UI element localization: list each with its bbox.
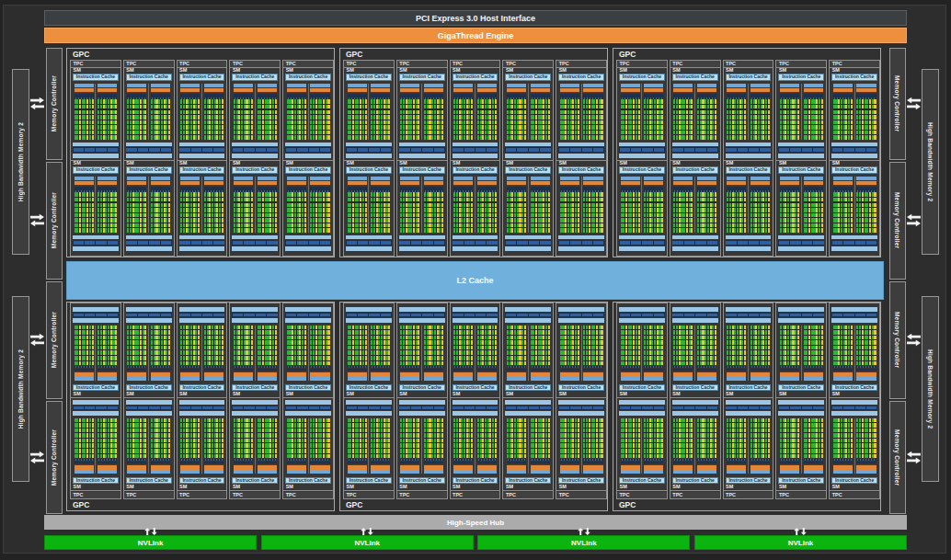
tex-unit: [540, 406, 550, 410]
sm-label-bar-label: SM: [283, 485, 293, 490]
hbm-mc-arrows-left: [30, 97, 44, 110]
core-grid: [310, 418, 329, 458]
sm-label-bar: SM: [830, 391, 879, 396]
spacer: [344, 251, 394, 253]
sm-label-bar: SM: [670, 484, 720, 489]
core-cell-yellow: [275, 218, 277, 223]
core-grid: [560, 326, 579, 365]
instruction-cache-bar: Instruction Cache: [505, 74, 551, 80]
tex-unit: [256, 406, 266, 410]
core-grid: [804, 418, 823, 458]
sm-label-bar-label: SM: [397, 392, 407, 397]
core-cell-yellow: [168, 110, 170, 115]
core-cell-yellow: [715, 346, 716, 350]
processing-blocks-row: [124, 177, 174, 233]
core-cell-yellow: [495, 120, 497, 125]
tex-unit: [517, 148, 527, 152]
tex-unit: [672, 148, 682, 152]
sm-label-bar-label: SM: [124, 392, 134, 397]
tex-unit: [642, 406, 652, 410]
tex-unit: [108, 406, 118, 410]
hbm2-label: High Bandwidth Memory 2: [927, 349, 934, 429]
core-cell-yellow: [821, 439, 823, 443]
processing-block: [531, 84, 550, 140]
spacer: [124, 251, 174, 253]
processing-block: [234, 84, 253, 140]
tex-unit: [74, 148, 84, 152]
processing-block: [833, 418, 853, 474]
instruction-cache-bar: Instruction Cache: [726, 74, 772, 80]
nvlink-bar-4: NVLink: [694, 535, 907, 550]
processing-block: [507, 84, 526, 140]
instruction-cache-bar-label: Instruction Cache: [728, 74, 767, 79]
block-divider: [526, 326, 531, 382]
core-cell-yellow: [222, 336, 223, 340]
core-cell-yellow: [821, 99, 823, 104]
core-cell-yellow: [715, 449, 716, 453]
processing-blocks-row: [830, 326, 879, 382]
core-cell-yellow: [821, 326, 823, 330]
core-cell-yellow: [441, 433, 443, 438]
tex-unit: [559, 148, 569, 152]
core-cell-yellow: [327, 423, 329, 428]
core-cell-yellow: [388, 208, 390, 212]
tex-unit: [309, 241, 319, 245]
core-cell-yellow: [168, 192, 170, 197]
core-cell-yellow: [821, 203, 823, 208]
instruction-cache-bar: Instruction Cache: [73, 166, 119, 173]
core-cell-yellow: [548, 423, 550, 428]
core-grid: [453, 99, 473, 139]
block-divider-line: [255, 84, 256, 140]
block-divider-line: [255, 418, 256, 474]
instruction-cache-bar-label: Instruction Cache: [509, 478, 547, 483]
core-cell-yellow: [115, 105, 117, 109]
nvlink-bar-4-label: NVLink: [788, 539, 814, 547]
tpc-label-bar-label: TPC: [397, 493, 410, 498]
core-cell-yellow: [168, 336, 170, 340]
tpc-box: TPCSMInstruction CacheSMInstruction Cach…: [616, 303, 668, 499]
instruction-cache-bar-label: Instruction Cache: [623, 74, 661, 79]
core-cell-yellow: [388, 433, 390, 438]
core-cell-yellow: [601, 203, 602, 208]
core-cell-yellow: [327, 433, 329, 438]
block-divider: [799, 177, 804, 233]
core-cell-yellow: [115, 218, 117, 223]
sm-label-bar-label: SM: [397, 68, 407, 74]
hbm2-stack-right-2: High Bandwidth Memory 2: [922, 296, 939, 482]
core-cell-yellow: [821, 192, 823, 197]
tpc-box: TPCSMInstruction CacheSMInstruction Cach…: [229, 60, 281, 257]
tex-unit: [464, 148, 475, 152]
core-cell-yellow: [601, 326, 602, 330]
instruction-cache-bar: Instruction Cache: [619, 74, 665, 80]
block-divider: [746, 177, 750, 233]
core-cell-yellow: [661, 208, 663, 212]
sm-block: SMInstruction Cache: [724, 160, 773, 253]
tex-unit: [411, 406, 421, 410]
core-cell-yellow: [327, 443, 329, 448]
tex-unit: [738, 241, 748, 245]
core-cell-yellow: [821, 449, 823, 453]
core-cell-yellow: [388, 213, 390, 218]
tpc-label-bar: TPC: [830, 492, 879, 498]
core-cell-yellow: [388, 418, 390, 423]
block-divider: [579, 84, 584, 140]
core-grid: [310, 99, 329, 139]
processing-block: [234, 326, 253, 382]
sm-block: SMInstruction Cache: [124, 398, 174, 491]
processing-blocks-row: [617, 326, 667, 382]
core-cell-yellow: [548, 340, 550, 345]
processing-block: [477, 418, 497, 474]
core-cell-yellow: [661, 336, 663, 340]
tpc-label-bar: TPC: [283, 492, 333, 498]
sm-block: SMInstruction Cache: [556, 305, 606, 398]
processing-blocks-row: [230, 326, 280, 382]
tpc-label-bar-label: TPC: [230, 493, 243, 498]
core-grid: [234, 192, 253, 232]
processing-block: [644, 177, 663, 233]
block-divider-line: [308, 418, 309, 474]
processing-block: [400, 418, 419, 474]
core-cell-yellow: [715, 115, 716, 120]
core-cell-yellow: [441, 340, 443, 345]
processing-block: [258, 326, 277, 382]
sm-label-bar-label: SM: [397, 161, 407, 166]
